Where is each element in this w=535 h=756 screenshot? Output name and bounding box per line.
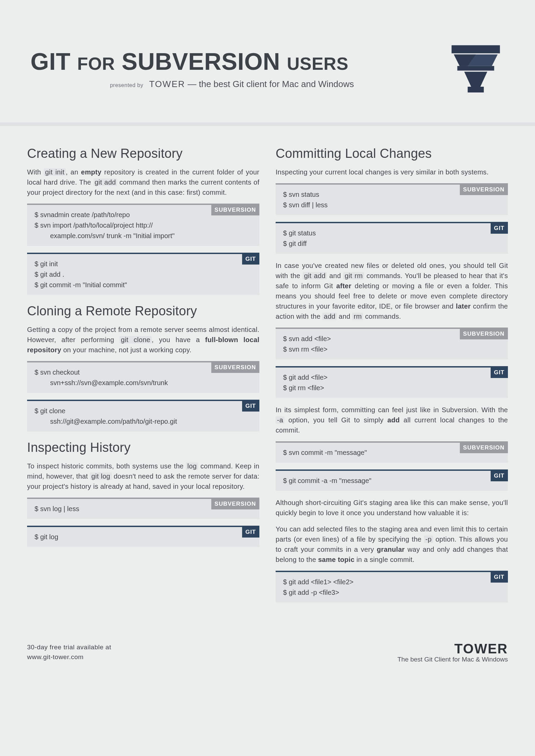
code-line: $ svn diff | less (283, 200, 502, 210)
inline-code: git clone (120, 336, 152, 343)
hero-text: GIT FOR SUBVERSION USERS presented by TO… (30, 50, 433, 89)
body-text: To inspect historic commits, both system… (27, 461, 259, 491)
inline-code: add (322, 313, 337, 320)
body-text: You can add selected files to the stagin… (276, 524, 508, 565)
presented-by-label: presented by (110, 82, 144, 88)
footer-tower: TOWER The best Git Client for Mac & Wind… (398, 641, 508, 663)
body-text: Getting a copy of the project from a rem… (27, 324, 259, 355)
code-line: $ git add <file1> <file2> (283, 577, 502, 587)
section-title: Cloning a Remote Repository (27, 304, 259, 318)
title-word: SUBVERSION (122, 48, 280, 75)
svg-rect-3 (457, 66, 494, 71)
tagline: — the best Git client for Mac and Window… (185, 79, 354, 89)
trial-info: 30-day free trial available at www.git-t… (27, 643, 111, 662)
svn-badge: SUBVERSION (460, 185, 508, 195)
inline-code: git add (93, 178, 117, 186)
title-word: USERS (287, 54, 348, 74)
code-line: $ git add -p <file3> (283, 587, 502, 598)
svn-badge: SUBVERSION (211, 499, 259, 509)
page-title: GIT FOR SUBVERSION USERS (30, 50, 433, 74)
code-line: ssh://git@example.com/path/to/git-repo.g… (35, 416, 253, 427)
code-block-git: GIT $ git clone ssh://git@example.com/pa… (27, 400, 259, 432)
section-title: Committing Local Changes (276, 146, 508, 161)
footer-tower-tagline: The best Git Client for Mac & Windows (398, 656, 508, 663)
code-line: $ git diff (283, 238, 502, 249)
code-line: $ svn import /path/to/local/project http… (35, 220, 253, 231)
code-line: example.com/svn/ trunk -m "Initial impor… (35, 231, 253, 241)
code-block-git: GIT $ git add <file> $ git rm <file> (276, 366, 508, 398)
hero-divider (0, 123, 535, 126)
right-column: Committing Local Changes Inspecting your… (276, 146, 508, 609)
tower-name: TOWER (149, 79, 185, 89)
code-line: $ git add . (35, 269, 253, 280)
footer-tower-name: TOWER (398, 641, 508, 656)
code-line: $ git commit -a -m "message" (283, 476, 502, 486)
code-line: $ git status (283, 228, 502, 238)
body-text: Although short-circuiting Git's staging … (276, 498, 508, 518)
code-line: svn+ssh://svn@example.com/svn/trunk (35, 378, 253, 388)
trial-url: www.git-tower.com (27, 652, 111, 662)
inline-code: git add (303, 272, 327, 279)
hero: GIT FOR SUBVERSION USERS presented by TO… (0, 0, 535, 123)
body-text: With git init, an empty repository is cr… (27, 167, 259, 197)
git-badge: GIT (491, 223, 508, 234)
body-text: In its simplest form, committing can fee… (276, 405, 508, 435)
title-word: GIT (30, 48, 70, 75)
code-line: $ git rm <file> (283, 383, 502, 393)
code-line: $ git init (35, 259, 253, 269)
tower-logo-icon (447, 41, 505, 98)
code-block-git: GIT $ git status $ git diff (276, 222, 508, 254)
svg-rect-5 (468, 87, 484, 92)
code-block-git: GIT $ git add <file1> <file2> $ git add … (276, 571, 508, 603)
code-block-svn: SUBVERSION $ svn commit -m "message" (276, 441, 508, 463)
left-column: Creating a New Repository With git init,… (27, 146, 259, 609)
git-badge: GIT (242, 401, 259, 412)
inline-code: rm (352, 313, 363, 320)
code-line: $ git log (35, 532, 253, 542)
title-word: FOR (77, 54, 115, 74)
svg-rect-0 (452, 45, 500, 54)
code-block-svn: SUBVERSION $ svn status $ svn diff | les… (276, 183, 508, 215)
code-block-git: GIT $ git init $ git add . $ git commit … (27, 253, 259, 295)
footer: 30-day free trial available at www.git-t… (0, 626, 535, 684)
git-badge: GIT (242, 254, 259, 265)
trial-line: 30-day free trial available at (27, 643, 111, 652)
git-badge: GIT (242, 527, 259, 538)
body-text: Inspecting your current local changes is… (276, 167, 508, 177)
git-badge: GIT (491, 368, 508, 378)
body-text: In case you've created new files or dele… (276, 260, 508, 321)
svn-badge: SUBVERSION (211, 205, 259, 215)
inline-code: -p (424, 536, 433, 543)
svg-marker-4 (464, 72, 487, 87)
hero-subtitle: presented by TOWER — the best Git client… (30, 79, 433, 89)
code-block-svn: SUBVERSION $ svnadmin create /path/to/re… (27, 204, 259, 246)
code-block-svn: SUBVERSION $ svn log | less (27, 498, 259, 519)
inline-code: -a (276, 416, 284, 424)
content-columns: Creating a New Repository With git init,… (0, 126, 535, 626)
code-line: $ svn rm <file> (283, 344, 502, 355)
svn-badge: SUBVERSION (460, 443, 508, 453)
code-block-git: GIT $ git commit -a -m "message" (276, 469, 508, 491)
inline-code: log (186, 462, 198, 470)
section-title: Creating a New Repository (27, 146, 259, 161)
inline-code: git log (90, 472, 112, 480)
inline-code: git init (44, 168, 66, 176)
section-title: Inspecting History (27, 440, 259, 455)
code-block-svn: SUBVERSION $ svn checkout svn+ssh://svn@… (27, 361, 259, 393)
git-badge: GIT (491, 471, 508, 481)
code-block-git: GIT $ git log (27, 526, 259, 547)
inline-code: git rm (343, 272, 364, 279)
code-block-svn: SUBVERSION $ svn add <file> $ svn rm <fi… (276, 328, 508, 359)
svn-badge: SUBVERSION (211, 362, 259, 373)
svn-badge: SUBVERSION (460, 329, 508, 339)
code-line: $ git add <file> (283, 372, 502, 383)
code-line: $ git clone (35, 406, 253, 416)
code-line: $ git commit -m "Initial commit" (35, 280, 253, 290)
git-badge: GIT (491, 572, 508, 583)
